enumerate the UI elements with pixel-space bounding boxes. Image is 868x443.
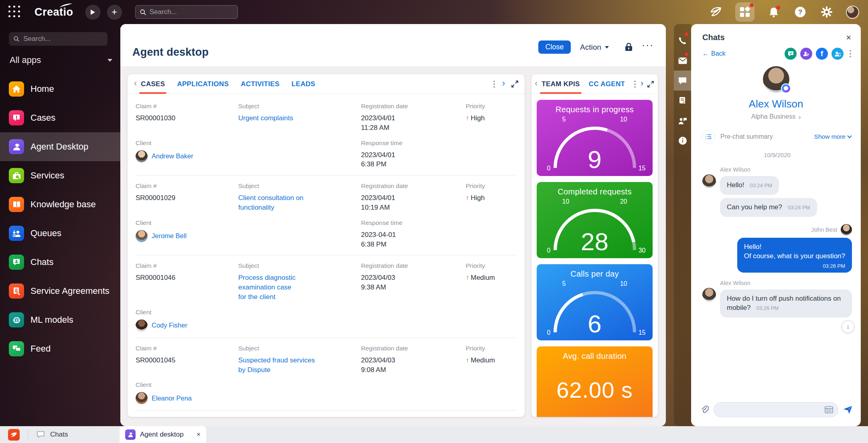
client-link[interactable]: Jerome Bell: [152, 232, 187, 240]
chevron-down-icon: [107, 59, 112, 62]
sidebar-search[interactable]: [9, 32, 107, 46]
contact-name-link[interactable]: Alex Wilson: [749, 98, 803, 110]
calls-notification-dot: [685, 32, 688, 36]
case-row[interactable]: Claim #SR00001030 SubjectUrgent complain…: [136, 96, 517, 176]
sender-name: Alex Wilson: [720, 280, 852, 286]
taskbar-chats-label: Chats: [50, 431, 68, 439]
user-avatar[interactable]: [846, 6, 859, 19]
claim-number: SR00001029: [136, 193, 238, 203]
tab-activities[interactable]: ACTIVITIES: [241, 74, 280, 94]
gauge-value: 6: [549, 309, 641, 338]
close-button[interactable]: Close: [538, 40, 571, 54]
priority-value: ↑Medium: [466, 273, 517, 283]
sidebar-item-queues[interactable]: Queues: [0, 219, 120, 248]
message-bubble: Hello! Of course, what is your question?…: [737, 238, 852, 273]
sidebar-item-agent-desktop[interactable]: Agent Desktop: [0, 132, 120, 161]
expand-icon[interactable]: [647, 81, 654, 87]
sender-avatar: [841, 224, 852, 235]
all-apps-label: All apps: [10, 55, 41, 65]
subject-link[interactable]: Client consultation on functionality: [238, 194, 304, 211]
info-button[interactable]: [674, 131, 691, 151]
reassign-agent-icon[interactable]: [831, 48, 844, 60]
scroll-to-bottom-button[interactable]: ↓: [842, 320, 854, 333]
sender-name: Alex Wilson: [720, 166, 817, 173]
close-tab-icon[interactable]: ×: [197, 431, 201, 439]
client-link[interactable]: Andrew Baker: [152, 152, 193, 160]
sidebar-item-feed[interactable]: Feed: [0, 334, 120, 363]
add-new-button[interactable]: +: [107, 5, 122, 20]
action-dropdown[interactable]: Action: [580, 40, 609, 54]
tabs-scroll-left-icon[interactable]: ‹: [535, 78, 541, 90]
email-button[interactable]: [674, 51, 691, 71]
notifications-button[interactable]: [767, 5, 781, 19]
sidebar-search-input[interactable]: [23, 35, 103, 43]
workplace-apps-button[interactable]: [735, 2, 754, 22]
contact-company-link[interactable]: Alpha Business ›: [751, 113, 801, 120]
gauge-chart: 0 10 20 30 28: [549, 200, 641, 254]
tabs-scroll-right-icon[interactable]: ›: [641, 78, 643, 90]
taskbar-creatio-button[interactable]: [8, 429, 20, 441]
tasks-button[interactable]: [674, 91, 691, 111]
back-button[interactable]: ← Back: [702, 50, 726, 57]
priority-value: ↑High: [466, 193, 517, 203]
taskbar-divider: [28, 429, 28, 440]
gauge-chart: 0 5 10 15 9: [549, 117, 641, 172]
taskbar-active-tab[interactable]: Agent desktop ×: [120, 426, 206, 443]
close-chat-icon[interactable]: ×: [846, 33, 851, 42]
tab-cases[interactable]: CASES: [141, 74, 165, 94]
chat-menu-icon[interactable]: [849, 49, 852, 58]
attach-icon[interactable]: [701, 405, 709, 414]
sidebar-item-home[interactable]: Home: [0, 75, 120, 103]
taskbar-chats-button[interactable]: Chats: [36, 431, 68, 439]
sidebar-item-service-agreements[interactable]: Service Agreements: [0, 277, 120, 305]
global-search-input[interactable]: [150, 8, 233, 16]
template-icon[interactable]: [825, 406, 833, 413]
run-process-button[interactable]: [85, 5, 100, 20]
tabs-scroll-left-icon[interactable]: ‹: [134, 78, 141, 90]
client-link[interactable]: Eleanor Pena: [152, 394, 192, 402]
sidebar-item-services[interactable]: Services: [0, 161, 120, 190]
sidebar-item-label: Knowledge base: [30, 199, 96, 210]
creatio-mark-icon[interactable]: [709, 5, 723, 19]
tab-menu-icon[interactable]: [493, 80, 496, 89]
send-icon[interactable]: [843, 405, 853, 414]
sidebar-item-ml-models[interactable]: ML models: [0, 305, 120, 334]
app-launcher-icon[interactable]: [8, 5, 22, 19]
sidebar-item-chats[interactable]: Chats: [0, 248, 120, 277]
case-row[interactable]: Claim #SR00001044 SubjectConsultation on…: [136, 411, 517, 417]
case-row[interactable]: Claim #SR00001045 SubjectSuspected fraud…: [136, 338, 517, 411]
agent-chat-button[interactable]: [674, 111, 691, 131]
expand-icon[interactable]: [511, 81, 518, 87]
sidebar-item-cases[interactable]: Cases: [0, 103, 120, 132]
tab-menu-icon[interactable]: [633, 80, 637, 89]
settings-button[interactable]: [819, 5, 834, 19]
show-more-button[interactable]: Show more: [814, 133, 851, 140]
tab-team-kpis[interactable]: TEAM KPIS: [541, 74, 580, 94]
subject-link[interactable]: Urgent complaints: [238, 114, 293, 122]
sidebar-item-label: Queues: [30, 228, 61, 239]
global-search[interactable]: [135, 5, 238, 19]
agent-assign-icon[interactable]: [800, 48, 812, 60]
summary-list-icon[interactable]: [702, 130, 715, 144]
chats-panel-button[interactable]: [674, 71, 691, 91]
message-time: 03:26 PM: [744, 263, 845, 270]
client-link[interactable]: Cody Fisher: [152, 322, 187, 329]
chat-transfer-icon[interactable]: [785, 48, 797, 60]
message-input[interactable]: [719, 406, 825, 413]
more-options-button[interactable]: ···: [642, 39, 654, 51]
all-apps-dropdown[interactable]: All apps: [10, 54, 112, 67]
sidebar-item-knowledge-base[interactable]: Knowledge base: [0, 190, 120, 219]
lock-button[interactable]: [625, 42, 633, 53]
calls-button[interactable]: [674, 30, 691, 51]
facebook-icon[interactable]: f: [816, 48, 828, 60]
subject-link[interactable]: Suspected fraud services by Dispute: [238, 356, 315, 374]
tabs-scroll-right-icon[interactable]: ›: [502, 78, 505, 90]
subject-link[interactable]: Process diagnostic examination case for …: [238, 274, 296, 301]
tab-cc-agent-home[interactable]: CC AGENT HO: [589, 74, 625, 94]
tab-leads[interactable]: LEADS: [292, 74, 315, 94]
case-row[interactable]: Claim #SR00001029 SubjectClient consulta…: [136, 176, 517, 255]
chevron-down-icon: [605, 46, 609, 49]
case-row[interactable]: Claim #SR00001046 SubjectProcess diagnos…: [136, 255, 517, 338]
tab-applications[interactable]: APPLICATIONS: [177, 74, 229, 94]
help-button[interactable]: ?: [793, 5, 807, 19]
